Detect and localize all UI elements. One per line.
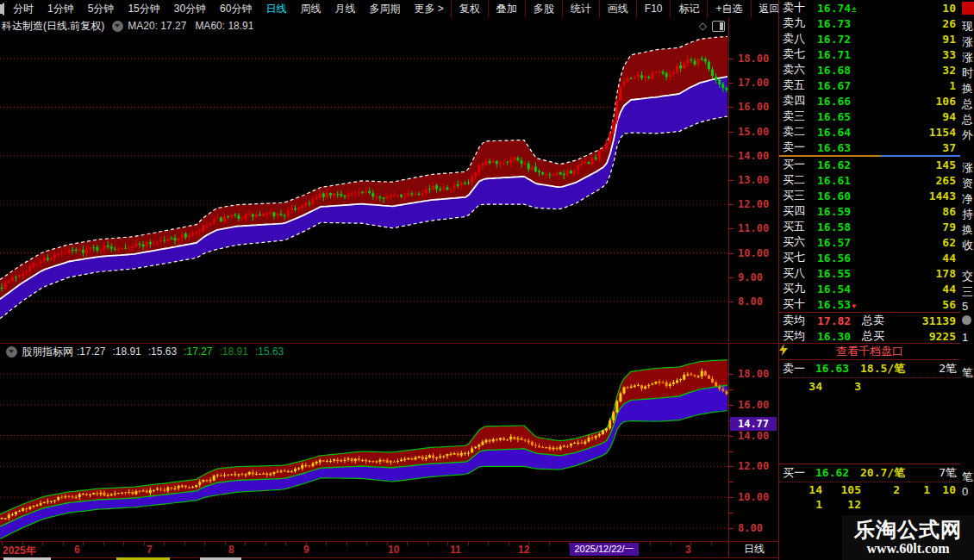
chevron-down-circle-icon[interactable] <box>6 346 17 358</box>
clipped-label: 收 <box>962 238 973 253</box>
nav-周线[interactable]: 周线 <box>293 0 328 18</box>
queue-value: 12 <box>822 498 861 511</box>
buy-level-row[interactable]: 买八16.55178 <box>779 265 960 281</box>
toolbar-actions: 复权叠加多股统计画线F10标记+自选返回 <box>451 0 788 18</box>
nav-多周期[interactable]: 多周期 <box>362 0 407 18</box>
buy-level-row[interactable]: 买二16.61265 <box>779 172 960 188</box>
sell-level-row[interactable]: 卖六16.6832 <box>779 62 960 78</box>
action-画线[interactable]: 画线 <box>599 0 636 18</box>
clipped-label: 涨 <box>962 50 973 65</box>
sell-level-row[interactable]: 卖二16.641154 <box>779 124 960 140</box>
indicator-name: 股朋指标网 <box>22 345 73 359</box>
indicator-panel: 股朋指标网 :17.27:18.91:15.63:17.27:18.91:15.… <box>0 343 778 542</box>
action-复权[interactable]: 复权 <box>451 0 488 18</box>
period-nav: 分时1分钟5分钟15分钟30分钟60分钟日线周线月线多周期更多 > <box>6 0 451 18</box>
indicator-values: :17.27:18.91:15.63:17.27:18.91:15.63 <box>77 345 290 358</box>
chevron-down-circle-icon[interactable] <box>112 21 123 32</box>
clipped-label: 时 <box>962 65 973 81</box>
nav-15分钟[interactable]: 15分钟 <box>121 0 166 18</box>
window-split-icon[interactable] <box>3 3 4 16</box>
buy-level-row[interactable]: 买六16.5762 <box>779 234 960 250</box>
price-tick-label: 16.00 <box>738 101 769 113</box>
buy-level-row[interactable]: 买七16.5644 <box>779 250 960 265</box>
price-tick-label: 13.00 <box>738 174 769 186</box>
price-tick-label: 14.00 <box>738 430 769 442</box>
clipped-label: 总 <box>962 112 973 128</box>
nav-5分钟[interactable]: 5分钟 <box>81 0 122 18</box>
sell-level-row[interactable]: 卖七16.7133 <box>779 47 960 62</box>
price-tick-label: 14.00 <box>738 150 769 162</box>
month-label: 7 <box>147 544 153 556</box>
price-tick-label: 8.00 <box>738 522 763 534</box>
sell-level-row[interactable]: 卖三16.6594 <box>779 109 960 124</box>
diamond-icon[interactable]: ◇ <box>699 20 707 32</box>
action-统计[interactable]: 统计 <box>562 0 599 18</box>
sell-level-row[interactable]: 卖四16.66106 <box>779 93 960 109</box>
nav-30分钟[interactable]: 30分钟 <box>167 0 213 18</box>
buy-level-row[interactable]: 买十16.53▼56 <box>779 296 960 312</box>
sell-level-row[interactable]: 卖九16.7326 <box>779 16 960 31</box>
toolbar: 分时1分钟5分钟15分钟30分钟60分钟日线周线月线多周期更多 > 复权叠加多股… <box>0 0 778 19</box>
indicator-value: :15.63 <box>255 345 284 358</box>
nav-更多 >[interactable]: 更多 > <box>407 0 450 18</box>
buy-level-row[interactable]: 买九16.5444 <box>779 281 960 296</box>
lightning-icon <box>779 344 788 356</box>
indicator-chart-canvas[interactable] <box>0 344 728 542</box>
sell-level-row[interactable]: 卖八16.7291 <box>779 31 960 47</box>
action-标记[interactable]: 标记 <box>670 0 707 18</box>
clipped-label: 交 <box>962 269 973 284</box>
nav-日线[interactable]: 日线 <box>259 0 293 18</box>
trading-app-window: 分时1分钟5分钟15分钟30分钟60分钟日线周线月线多周期更多 > 复权叠加多股… <box>0 0 974 560</box>
clipped-label: 三 <box>962 284 973 300</box>
queue-value: 105 <box>822 483 861 496</box>
buy-level-row[interactable]: 买四16.5986 <box>779 203 960 219</box>
sell-level-row[interactable]: 卖五16.671 <box>779 78 960 93</box>
nav-60分钟[interactable]: 60分钟 <box>213 0 259 18</box>
clipped-red-button[interactable] <box>962 2 974 15</box>
nav-1分钟[interactable]: 1分钟 <box>41 0 81 18</box>
clipped-label: 资 <box>962 176 973 191</box>
order-book-panel: 卖十16.74±10卖九16.7326卖八16.7291卖七16.7133卖六1… <box>778 0 961 560</box>
queue-value: 10 <box>930 483 956 496</box>
main-chart-title-row: 科达制造(日线.前复权) MA20: 17.27MA60: 18.91 <box>2 18 271 34</box>
nav-月线[interactable]: 月线 <box>328 0 362 18</box>
main-chart-canvas[interactable] <box>0 18 728 342</box>
ma-value: MA60: 18.91 <box>195 20 253 32</box>
indicator-value: :17.27 <box>184 345 212 358</box>
price-tick-label: 10.00 <box>738 491 769 503</box>
clipped-label: 笔 <box>962 470 973 485</box>
sell-level-row[interactable]: 卖十16.74±10 <box>779 0 960 16</box>
price-tick-label: 11.00 <box>738 222 769 234</box>
indicator-value: :18.91 <box>220 345 248 358</box>
date-axis[interactable]: 2025年 2025/12/22/一 日线 67891011123 <box>0 541 778 558</box>
split-view-icon[interactable] <box>712 21 725 32</box>
thousand-depth-link[interactable]: 查看千档盘口 <box>779 344 960 359</box>
price-tick-label: 10.00 <box>738 247 769 259</box>
month-label: 3 <box>685 544 691 556</box>
month-label: 11 <box>450 544 461 556</box>
buy-level-row[interactable]: 买五16.5879 <box>779 219 960 234</box>
clipped-circle-icon <box>962 315 971 325</box>
price-tick-label: 8.00 <box>738 296 763 308</box>
level1-sell-row: 卖一 16.63 18.5/笔 2笔 <box>779 361 960 376</box>
ma-values: MA20: 17.27MA60: 18.91 <box>128 20 262 32</box>
price-tick-label: 9.00 <box>738 271 763 283</box>
indicator-value: :18.91 <box>112 345 140 358</box>
action-叠加[interactable]: 叠加 <box>488 0 525 18</box>
buy-level-row[interactable]: 买三16.601443 <box>779 188 960 203</box>
nav-分时[interactable]: 分时 <box>6 0 41 18</box>
action-F10[interactable]: F10 <box>636 0 671 18</box>
month-label: 12 <box>518 544 529 556</box>
clipped-label: 5 <box>962 300 968 313</box>
action-+自选[interactable]: +自选 <box>707 0 750 18</box>
buy-queue-2: 112 <box>779 498 960 511</box>
sell-level-row[interactable]: 卖一16.6337 <box>779 140 960 155</box>
queue-value: 1 <box>779 498 822 511</box>
clipped-label: 换 <box>962 81 973 96</box>
clipped-label: 总 <box>962 96 973 112</box>
level1-buy-row: 买一 16.62 20.7/笔 7笔 <box>779 465 960 480</box>
chart-corner-icons: ◇ <box>699 20 725 32</box>
action-多股[interactable]: 多股 <box>525 0 562 18</box>
buy-level-row[interactable]: 买一16.62145 <box>779 157 960 172</box>
watermark: 乐淘公式网 www.60lt.com <box>842 515 974 560</box>
